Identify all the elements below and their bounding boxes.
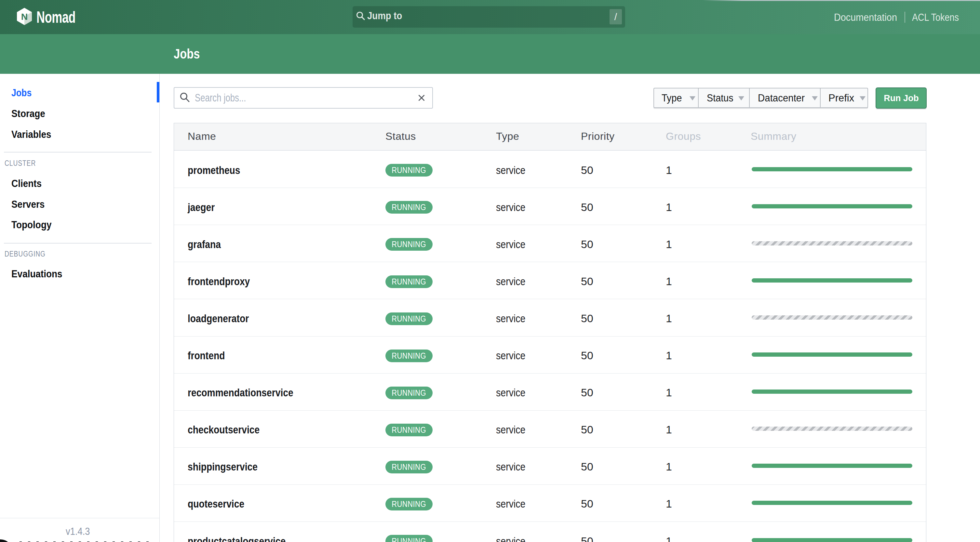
svg-text:N: N [21, 11, 28, 22]
